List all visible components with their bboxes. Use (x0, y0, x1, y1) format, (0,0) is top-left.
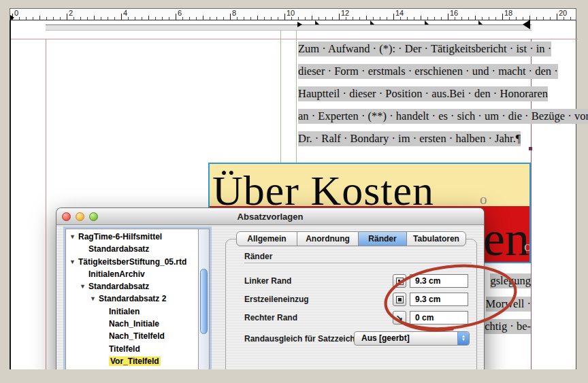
list-scrollbar[interactable] (199, 229, 210, 371)
field-label-rechter-rand: Rechter Rand (244, 313, 297, 322)
tab-stop-marker[interactable] (315, 20, 319, 24)
tree-item[interactable]: ▼RagTime-6-Hilfsmittel (66, 231, 198, 244)
ruler-number: 16 (450, 9, 458, 17)
desktop-strip (0, 369, 588, 383)
ruler-number: 2 (69, 9, 73, 17)
disclosure-triangle-icon[interactable]: ▼ (69, 233, 76, 240)
popup-stepper-icon: ▲▼ (457, 332, 469, 345)
disclosure-triangle-icon[interactable]: ▼ (69, 259, 76, 265)
section-divider (244, 263, 472, 263)
margin-guide-vertical (46, 39, 46, 369)
ruler-number: 0 (14, 9, 18, 17)
popup-value: Aus [geerbt] (361, 333, 410, 343)
square-corner-icon (396, 278, 404, 285)
field-label-linker-rand: Linker Rand (244, 276, 291, 286)
headline-yellow-band[interactable]: Über Kosten o (210, 164, 529, 206)
randausgleich-popup[interactable]: Aus [geerbt] ▲▼ (354, 331, 470, 346)
erstzeileneinzug-input[interactable]: 9.3 cm (410, 293, 468, 306)
square-center-icon (396, 296, 404, 303)
ruler-number: 12 (341, 9, 349, 17)
tree-item[interactable]: ▼Standardabsatz (66, 281, 198, 293)
tree-item[interactable]: Initialen (66, 306, 198, 318)
style-list: ▼RagTime-6-Hilfsmittel Standardabsatz ▼T… (65, 229, 210, 371)
tab-stop-marker[interactable] (478, 20, 483, 24)
tree-item[interactable]: Titelfeld (66, 344, 198, 356)
tab-raender[interactable]: Ränder (358, 231, 407, 246)
tree-item[interactable]: InitialenArchiv (66, 269, 198, 281)
first-line-indent-marker[interactable] (297, 22, 302, 27)
ruler-number: 8 (232, 9, 236, 17)
ruler-number: 6 (178, 9, 182, 17)
field-label-erstzeileneinzug: Erstzeileneinzug (244, 295, 309, 304)
tree-item[interactable]: ▼Standardabsatz 2 (66, 293, 198, 305)
overflow-marker-icon: o (480, 191, 487, 206)
ruler-number: 20 (559, 9, 567, 17)
tab-allgemein[interactable]: Allgemein (236, 231, 297, 246)
first-line-indent-icon-button[interactable] (393, 293, 406, 306)
tree-item[interactable]: Nach_Titelfeld (66, 331, 198, 343)
margin-guide-horizontal (11, 39, 578, 39)
disclosure-triangle-icon[interactable]: ▼ (90, 295, 96, 302)
tab-stop-marker[interactable] (425, 20, 429, 24)
document-text-line[interactable]: Dr. · Ralf · Bondary · im · ersten · hal… (298, 132, 532, 150)
disclosure-triangle-icon[interactable]: ▼ (80, 283, 86, 290)
tab-tabulatoren[interactable]: Tabulatoren (406, 231, 466, 246)
rechter-rand-input[interactable]: 0 cm (410, 311, 468, 324)
text-frame-tab-ruler (46, 24, 532, 31)
absatzvorlagen-dialog: Absatzvorlagen ▼RagTime-6-Hilfsmittel St… (56, 207, 485, 383)
document-text-line[interactable]: an · Experten · (**) · handelt · es · si… (298, 110, 532, 127)
ruler-number: 18 (504, 9, 512, 17)
tab-anordnung[interactable]: Anordnung (297, 231, 359, 246)
overflow-marker-icon: o (524, 237, 529, 255)
field-label-randausgleich: Randausgleich für Satzzeichen (244, 334, 365, 344)
dialog-title: Absatzvorlagen (56, 212, 484, 222)
ruler-number: 10 (287, 9, 295, 17)
document-text-line[interactable]: dieser · Form · erstmals · erschienen · … (298, 65, 532, 82)
scrollbar-thumb[interactable] (200, 269, 208, 334)
horizontal-ruler: 0 2 4 6 8 10 12 14 16 18 20 (10, 8, 576, 20)
right-margin-icon-button[interactable]: ↘ (393, 311, 406, 324)
headline-text: Über Kosten (212, 169, 434, 206)
dialog-titlebar[interactable]: Absatzvorlagen (56, 208, 484, 225)
section-title: Ränder (244, 252, 272, 261)
tab-stop-marker[interactable] (370, 20, 374, 24)
ruler-number: 14 (395, 9, 404, 17)
tree-item-selected[interactable]: Vor_Titelfeld (66, 356, 198, 368)
tree-item[interactable]: ▼TätigkeitsberStiftung_05.rtd (66, 256, 198, 269)
ruler-origin-marker (10, 15, 14, 20)
screen: 0 2 4 6 8 10 12 14 16 18 20 Zum · Aufwan… (0, 0, 588, 383)
ruler-number: 4 (123, 9, 127, 17)
document-text-line[interactable]: Hauptteil · dieser · Position · aus.Bei … (298, 87, 532, 105)
document-text-line[interactable]: Zum · Aufwand · (*): · Der · Tätigkeitsb… (298, 42, 532, 60)
right-margin-marker[interactable] (523, 20, 530, 29)
headline-text-partial: en (483, 214, 529, 262)
style-tree[interactable]: ▼RagTime-6-Hilfsmittel Standardabsatz ▼T… (65, 229, 199, 371)
tree-item[interactable]: Standardabsatz (66, 244, 198, 256)
tree-item[interactable]: Nach_Initiale (66, 318, 198, 331)
left-margin-icon-button[interactable] (393, 274, 406, 288)
linker-rand-input[interactable]: 9.3 cm (410, 274, 468, 288)
dialog-tabs: Allgemein Anordnung Ränder Tabulatoren (236, 231, 466, 246)
diagonal-arrow-icon: ↘ (396, 314, 403, 322)
